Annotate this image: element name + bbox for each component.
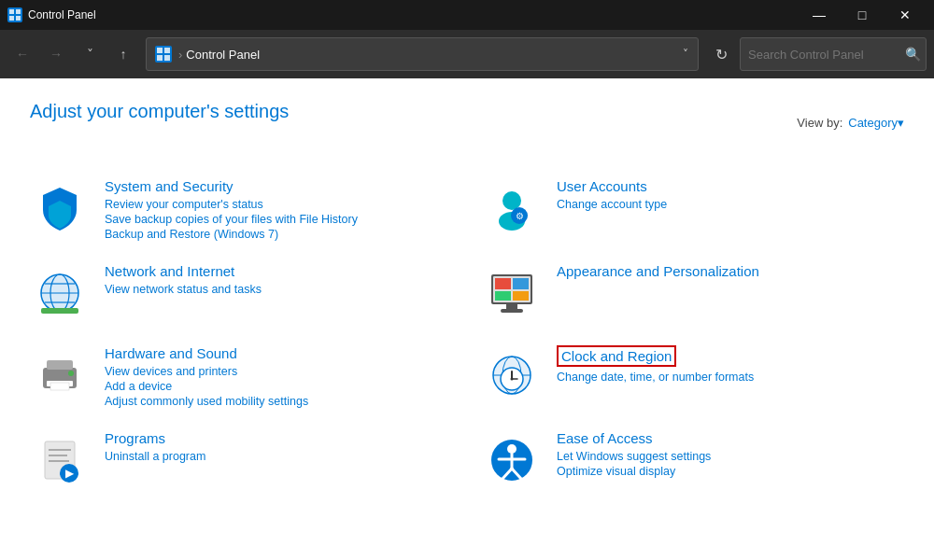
cat-link-ea-0[interactable]: Let Windows suggest settings bbox=[557, 450, 904, 463]
search-bar[interactable]: 🔍 bbox=[740, 37, 927, 71]
cat-content-appearance: Appearance and Personalization bbox=[557, 263, 904, 283]
cat-links-hardware: View devices and printers Add a device A… bbox=[105, 365, 452, 408]
svg-rect-4 bbox=[16, 16, 21, 21]
cat-links-user-accounts: Change account type bbox=[557, 198, 904, 211]
cat-title-programs[interactable]: Programs bbox=[105, 430, 165, 446]
svg-rect-1 bbox=[9, 9, 14, 14]
address-separator: › bbox=[178, 48, 182, 62]
category-programs: ▶ Programs Uninstall a program bbox=[30, 419, 452, 501]
svg-rect-43 bbox=[49, 449, 71, 451]
search-input[interactable] bbox=[748, 48, 905, 62]
svg-rect-24 bbox=[513, 278, 529, 289]
cat-content-hardware: Hardware and Sound View devices and prin… bbox=[105, 345, 452, 408]
category-network: Network and Internet View network status… bbox=[30, 252, 452, 334]
window-title: Control Panel bbox=[28, 8, 798, 21]
svg-point-33 bbox=[68, 371, 74, 376]
cat-title-user-accounts[interactable]: User Accounts bbox=[557, 178, 647, 194]
cat-content-user-accounts: User Accounts Change account type bbox=[557, 178, 904, 211]
cat-link-hw-1[interactable]: Add a device bbox=[105, 380, 452, 393]
cat-content-ease-access: Ease of Access Let Windows suggest setti… bbox=[557, 430, 904, 478]
svg-rect-6 bbox=[157, 48, 163, 53]
svg-rect-26 bbox=[513, 291, 529, 301]
category-appearance: Appearance and Personalization bbox=[482, 252, 904, 334]
svg-rect-28 bbox=[501, 309, 523, 313]
cat-title-hardware[interactable]: Hardware and Sound bbox=[105, 345, 237, 361]
cat-link-hw-0[interactable]: View devices and printers bbox=[105, 365, 452, 378]
cat-title-system-security[interactable]: System and Security bbox=[105, 178, 234, 194]
cat-title-network[interactable]: Network and Internet bbox=[105, 263, 234, 279]
address-bar[interactable]: › Control Panel ˅ bbox=[146, 37, 699, 71]
cat-links-system-security: Review your computer's status Save backu… bbox=[105, 198, 452, 241]
cat-content-clock-region: Clock and Region Change date, time, or n… bbox=[557, 345, 904, 384]
category-user-accounts: ⚙ User Accounts Change account type bbox=[482, 167, 904, 252]
view-by-link[interactable]: Category▾ bbox=[848, 116, 904, 130]
view-by-arrow: ▾ bbox=[898, 116, 904, 130]
cat-link-ss-2[interactable]: Backup and Restore (Windows 7) bbox=[105, 228, 452, 241]
address-dropdown-button[interactable]: ˅ bbox=[681, 46, 690, 63]
content-area: Adjust your computer's settings View by:… bbox=[0, 78, 934, 560]
cat-content-programs: Programs Uninstall a program bbox=[105, 430, 452, 463]
svg-rect-23 bbox=[495, 278, 511, 289]
icon-programs: ▶ bbox=[30, 430, 90, 490]
minimize-button[interactable]: — bbox=[798, 0, 841, 30]
view-by-label: View by: bbox=[797, 116, 842, 130]
category-clock-region: Clock and Region Change date, time, or n… bbox=[482, 334, 904, 419]
cat-links-programs: Uninstall a program bbox=[105, 450, 452, 463]
category-hardware: Hardware and Sound View devices and prin… bbox=[30, 334, 452, 419]
category-ease-access: Ease of Access Let Windows suggest setti… bbox=[482, 419, 904, 501]
nav-bar: ← → ˅ ↑ › Control Panel ˅ ↻ 🔍 bbox=[0, 30, 934, 78]
categories-grid: System and Security Review your computer… bbox=[30, 167, 904, 501]
svg-rect-7 bbox=[164, 48, 170, 53]
search-button[interactable]: 🔍 bbox=[905, 47, 921, 62]
category-system-security: System and Security Review your computer… bbox=[30, 167, 452, 252]
icon-clock-region bbox=[482, 345, 542, 405]
dropdown-button[interactable]: ˅ bbox=[75, 39, 105, 69]
refresh-button[interactable]: ↻ bbox=[706, 39, 736, 69]
page-title: Adjust your computer's settings bbox=[30, 101, 289, 122]
icon-network bbox=[30, 263, 90, 323]
cat-links-network: View network status and tasks bbox=[105, 283, 452, 296]
svg-point-41 bbox=[511, 378, 514, 381]
svg-rect-44 bbox=[49, 455, 67, 456]
svg-rect-25 bbox=[495, 291, 511, 301]
window-controls: — □ ✕ bbox=[798, 0, 927, 30]
app-icon bbox=[7, 7, 22, 22]
cat-link-ua-0[interactable]: Change account type bbox=[557, 198, 904, 211]
forward-button[interactable]: → bbox=[41, 39, 71, 69]
cat-link-ss-0[interactable]: Review your computer's status bbox=[105, 198, 452, 211]
view-by-value: Category bbox=[848, 116, 898, 130]
cat-links-clock-region: Change date, time, or number formats bbox=[557, 371, 904, 384]
svg-text:▶: ▶ bbox=[65, 467, 75, 480]
svg-rect-27 bbox=[506, 304, 517, 309]
up-button[interactable]: ↑ bbox=[108, 39, 138, 69]
header-row: Adjust your computer's settings View by:… bbox=[30, 101, 904, 145]
close-button[interactable]: ✕ bbox=[884, 0, 927, 30]
view-by-section: View by: Category▾ bbox=[797, 116, 904, 130]
svg-rect-32 bbox=[50, 383, 69, 390]
back-button[interactable]: ← bbox=[7, 39, 37, 69]
cat-link-ss-1[interactable]: Save backup copies of your files with Fi… bbox=[105, 213, 452, 226]
svg-rect-20 bbox=[41, 308, 78, 314]
address-text: Control Panel bbox=[186, 48, 681, 62]
svg-rect-3 bbox=[9, 16, 14, 21]
maximize-button[interactable]: □ bbox=[841, 0, 884, 30]
cat-link-prog-0[interactable]: Uninstall a program bbox=[105, 450, 452, 463]
cat-title-appearance[interactable]: Appearance and Personalization bbox=[557, 263, 759, 279]
cat-link-net-0[interactable]: View network status and tasks bbox=[105, 283, 452, 296]
svg-rect-8 bbox=[157, 55, 163, 61]
cat-link-cr-0[interactable]: Change date, time, or number formats bbox=[557, 371, 904, 384]
icon-ease-access bbox=[482, 430, 542, 490]
icon-user-accounts: ⚙ bbox=[482, 178, 542, 238]
svg-rect-30 bbox=[47, 360, 73, 370]
cat-links-ease-access: Let Windows suggest settings Optimize vi… bbox=[557, 450, 904, 478]
cat-content-system-security: System and Security Review your computer… bbox=[105, 178, 452, 241]
cat-title-clock-region[interactable]: Clock and Region bbox=[557, 345, 676, 367]
cat-link-ea-1[interactable]: Optimize visual display bbox=[557, 465, 904, 478]
cat-link-hw-2[interactable]: Adjust commonly used mobility settings bbox=[105, 395, 452, 408]
icon-system-security bbox=[30, 178, 90, 238]
cat-title-ease-access[interactable]: Ease of Access bbox=[557, 430, 653, 446]
svg-point-10 bbox=[502, 191, 521, 210]
title-bar: Control Panel — □ ✕ bbox=[0, 0, 934, 30]
svg-rect-9 bbox=[164, 55, 170, 61]
address-icon bbox=[154, 45, 173, 63]
